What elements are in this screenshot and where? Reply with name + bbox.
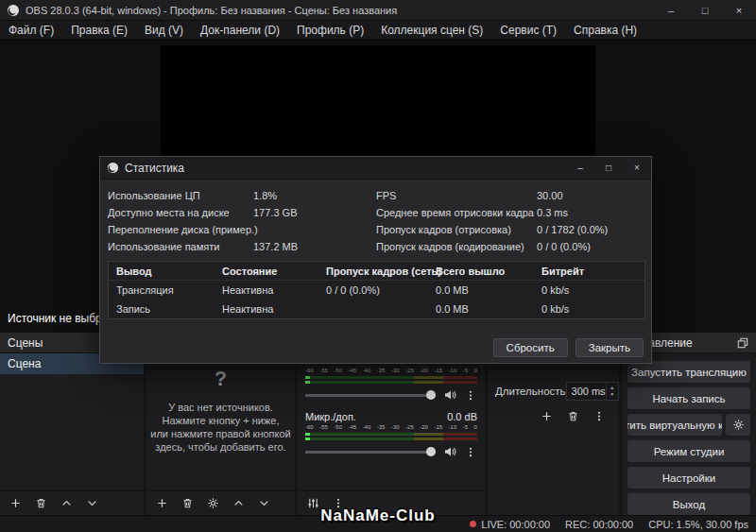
live-dot-icon bbox=[470, 521, 476, 527]
add-scene-button[interactable] bbox=[9, 497, 22, 510]
volume-slider[interactable] bbox=[305, 447, 436, 456]
add-transition-button[interactable] bbox=[540, 409, 553, 422]
obs-logo-icon bbox=[7, 4, 20, 17]
live-time: LIVE: 00:00:00 bbox=[481, 519, 550, 530]
rec-time: REC: 00:00:00 bbox=[565, 519, 633, 530]
kebab-menu-icon[interactable] bbox=[464, 388, 477, 402]
popout-icon[interactable] bbox=[737, 337, 748, 349]
window-title: OBS 28.0.3 (64-bit, windows) - Профиль: … bbox=[26, 5, 397, 16]
close-button[interactable]: Закрыть bbox=[576, 338, 644, 357]
remove-transition-button[interactable] bbox=[566, 409, 579, 422]
menu-help[interactable]: Справка (H) bbox=[565, 21, 645, 40]
duration-label: Длительность bbox=[495, 386, 566, 397]
volume-slider-handle[interactable] bbox=[426, 390, 436, 400]
dialog-title: Статистика bbox=[125, 162, 184, 175]
start-streaming-button[interactable]: Запустить трансляцию bbox=[627, 361, 750, 383]
volume-slider-handle[interactable] bbox=[426, 447, 436, 456]
obs-logo-icon bbox=[107, 162, 119, 174]
scene-up-button[interactable] bbox=[60, 497, 73, 510]
start-recording-button[interactable]: Начать запись bbox=[627, 387, 750, 409]
spin-down-icon[interactable]: ▼ bbox=[610, 391, 614, 398]
kebab-menu-icon[interactable] bbox=[464, 445, 477, 458]
table-row: ЗаписьНеактивна0.0 MB0 kb/s bbox=[109, 300, 644, 318]
window-controls: – □ × bbox=[654, 0, 756, 20]
minimize-icon[interactable]: – bbox=[654, 0, 688, 20]
volume-meter bbox=[305, 376, 477, 379]
source-up-button[interactable] bbox=[232, 497, 245, 510]
menu-profile[interactable]: Профиль (P) bbox=[288, 21, 372, 40]
speaker-icon[interactable] bbox=[443, 445, 456, 458]
meter-scale: -60-55-50-45-40-35-30-25-20-15-10-50 bbox=[305, 423, 477, 431]
volume-slider[interactable] bbox=[305, 390, 436, 400]
menu-view[interactable]: Вид (V) bbox=[136, 21, 192, 40]
virtual-camera-gear-icon[interactable] bbox=[726, 414, 750, 436]
table-row: ТрансляцияНеактивна0 / 0 (0.0%)0.0 MB0 k… bbox=[109, 281, 644, 300]
title-bar: OBS 28.0.3 (64-bit, windows) - Профиль: … bbox=[0, 0, 756, 21]
menu-docks[interactable]: Док-панели (D) bbox=[192, 21, 288, 40]
cpu-usage: CPU: 1.5%, 30.00 fps bbox=[648, 519, 748, 530]
source-properties-gear-icon[interactable] bbox=[206, 497, 219, 510]
dialog-title-bar: Статистика – □ × bbox=[100, 157, 651, 180]
meter-scale: -60-55-50-45-40-35-30-25-20-15-10-50 bbox=[305, 367, 477, 374]
remove-source-button[interactable] bbox=[180, 497, 194, 510]
statistics-dialog: Статистика – □ × Использование ЦП1.8% До… bbox=[99, 156, 652, 364]
add-source-button[interactable] bbox=[155, 497, 168, 510]
menu-file[interactable]: Файл (F) bbox=[0, 21, 62, 40]
menu-bar: Файл (F) Правка (E) Вид (V) Док-панели (… bbox=[0, 21, 756, 40]
dialog-close-icon[interactable]: × bbox=[623, 157, 651, 179]
dialog-maximize-icon[interactable]: □ bbox=[594, 157, 623, 179]
close-icon[interactable]: × bbox=[722, 0, 756, 20]
obs-window: OBS 28.0.3 (64-bit, windows) - Профиль: … bbox=[0, 0, 756, 532]
scenes-toolbar bbox=[0, 490, 144, 515]
reset-button[interactable]: Сбросить bbox=[493, 338, 568, 357]
watermark: NaNaMe-Club bbox=[320, 506, 436, 525]
exit-button[interactable]: Выход bbox=[627, 493, 750, 515]
menu-scene-collection[interactable]: Коллекция сцен (S) bbox=[372, 21, 491, 40]
maximize-icon[interactable]: □ bbox=[688, 0, 722, 20]
outputs-table: ВыводСостояниеПропуск кадров (сеть)Всего… bbox=[108, 261, 645, 319]
speaker-icon[interactable] bbox=[443, 388, 456, 402]
dialog-minimize-icon[interactable]: – bbox=[566, 157, 594, 179]
spin-up-icon[interactable]: ▲ bbox=[610, 385, 614, 391]
mixer-source-db: 0.0 dB bbox=[447, 411, 477, 423]
mixer-source-name: Микр./доп. bbox=[305, 411, 356, 423]
stats-left-column: Использование ЦП1.8% Доступно места на д… bbox=[108, 187, 370, 255]
start-virtual-camera-button[interactable]: Запустить виртуальную камеру bbox=[627, 414, 722, 436]
duration-spinbox[interactable]: 300 ms ▲ ▼ bbox=[566, 382, 619, 401]
kebab-menu-icon[interactable] bbox=[593, 409, 606, 422]
remove-scene-button[interactable] bbox=[34, 497, 47, 510]
duration-value: 300 ms bbox=[567, 386, 606, 397]
scenes-dock-title: Сцены bbox=[8, 333, 43, 353]
mixer-settings-icon[interactable] bbox=[306, 497, 319, 510]
scene-down-button[interactable] bbox=[85, 497, 98, 510]
volume-meter bbox=[305, 381, 477, 384]
studio-mode-button[interactable]: Режим студии bbox=[627, 440, 750, 462]
sources-empty-hint: ? У вас нет источников. Нажмите кнопку +… bbox=[146, 367, 295, 454]
menu-edit[interactable]: Правка (E) bbox=[62, 21, 136, 40]
question-icon: ? bbox=[146, 367, 295, 391]
volume-meter bbox=[305, 433, 477, 436]
outputs-table-header: ВыводСостояниеПропуск кадров (сеть)Всего… bbox=[109, 262, 644, 281]
sources-toolbar bbox=[146, 490, 295, 515]
menu-tools[interactable]: Сервис (T) bbox=[491, 21, 565, 40]
volume-meter bbox=[305, 438, 477, 440]
settings-button[interactable]: Настройки bbox=[627, 467, 750, 489]
source-down-button[interactable] bbox=[257, 497, 270, 510]
stats-right-column: FPS30.00 Среднее время отрисовки кадра0.… bbox=[376, 187, 645, 255]
mixer-source-2: Микр./доп. 0.0 dB -60-55-50-45-40-35-30-… bbox=[298, 411, 485, 461]
